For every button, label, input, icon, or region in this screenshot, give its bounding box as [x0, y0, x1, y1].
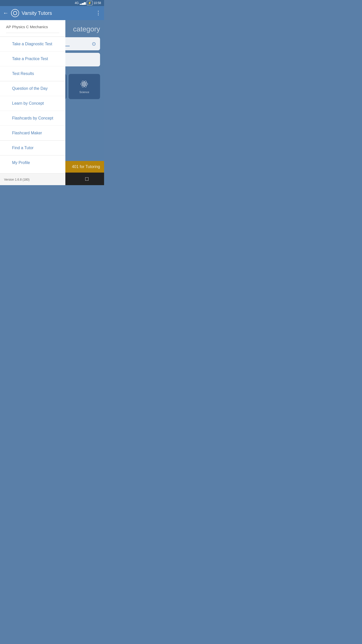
time-display: 10:58: [94, 1, 101, 5]
navigation-drawer: AP Physics C Mechanics Take a Diagnostic…: [0, 20, 65, 185]
app-title: Varsity Tutors: [22, 10, 93, 16]
svg-point-2: [83, 83, 85, 85]
drawer-subject-title: AP Physics C Mechanics: [6, 25, 48, 29]
flashcard-maker-label: Flashcard Maker: [12, 131, 42, 135]
drawer-concept-section: Question of the Day Learn by Concept Fla…: [0, 81, 65, 140]
logo-inner-circle: [13, 11, 17, 15]
take-diagnostic-test-label: Take a Diagnostic Test: [12, 42, 52, 46]
drawer-item-flashcard-maker[interactable]: Flashcard Maker: [0, 126, 65, 140]
drawer-footer: Version 1.6.8 (180): [0, 173, 65, 185]
version-text: Version 1.6.8 (180): [4, 178, 29, 181]
signal-indicator: 4G: [75, 1, 79, 5]
find-a-tutor-label: Find a Tutor: [12, 146, 33, 150]
app-logo: [11, 9, 19, 17]
more-options-button[interactable]: ⋮: [96, 10, 101, 16]
signal-bars: ▂▄▆: [80, 2, 86, 5]
back-button[interactable]: ←: [3, 10, 9, 16]
drawer-item-test-results[interactable]: Test Results: [0, 66, 65, 81]
nav-bar: ← Varsity Tutors ⋮: [0, 6, 104, 20]
test-results-label: Test Results: [12, 71, 34, 76]
drawer-item-find-a-tutor[interactable]: Find a Tutor: [0, 141, 65, 155]
status-icons: 4G ▂▄▆ ⚡ 10:58: [75, 1, 101, 5]
atom-icon: [80, 79, 89, 89]
drawer-item-my-profile[interactable]: My Profile: [0, 155, 65, 170]
science-label: Science: [79, 91, 89, 94]
drawer-item-flashcards-by-concept[interactable]: Flashcards by Concept: [0, 111, 65, 126]
question-of-the-day-label: Question of the Day: [12, 86, 48, 91]
recents-nav-button[interactable]: □: [85, 176, 88, 182]
status-bar: 4G ▂▄▆ ⚡ 10:58: [0, 0, 104, 6]
learn-by-concept-label: Learn by Concept: [12, 101, 44, 105]
drawer-test-section: Take a Diagnostic Test Take a Practice T…: [0, 37, 65, 81]
drawer-item-take-practice-test[interactable]: Take a Practice Test: [0, 52, 65, 66]
drawer-profile-section: My Profile: [0, 155, 65, 173]
take-practice-test-label: Take a Practice Test: [12, 57, 48, 61]
drawer-tutor-section: Find a Tutor: [0, 141, 65, 155]
my-profile-label: My Profile: [12, 160, 30, 165]
flashcards-by-concept-label: Flashcards by Concept: [12, 116, 53, 120]
battery-icon: ⚡: [87, 1, 93, 5]
drawer-item-question-of-the-day[interactable]: Question of the Day: [0, 81, 65, 96]
bg-card-science: Science: [69, 74, 100, 99]
drawer-item-learn-by-concept[interactable]: Learn by Concept: [0, 96, 65, 111]
drawer-header: AP Physics C Mechanics: [0, 20, 65, 37]
drawer-item-take-diagnostic-test[interactable]: Take a Diagnostic Test: [0, 37, 65, 52]
compass-icon: ⊙: [92, 41, 96, 47]
